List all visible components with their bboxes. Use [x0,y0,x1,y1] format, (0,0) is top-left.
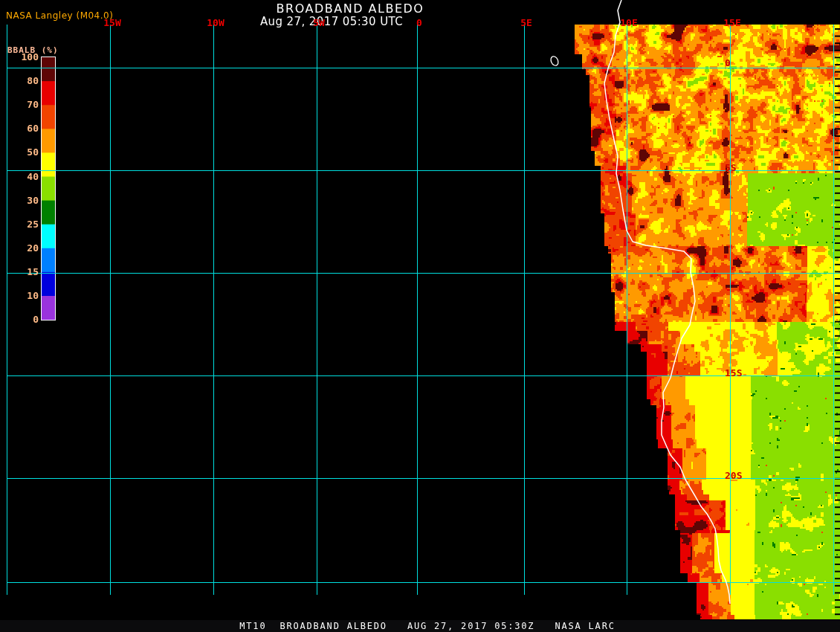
lon-label-10E: 10E [620,17,637,28]
legend-tick-0: 0 [0,314,39,325]
source-credit: NASA Langley (M04.0) [6,10,113,21]
lon-label-5E: 5E [520,17,532,28]
lat-label-0: 0 [725,58,731,68]
lon-label-0: 0 [416,17,422,28]
legend-tick-60: 60 [0,123,39,134]
lon-label-15E: 15E [723,17,740,28]
legend-tick-100: 100 [0,51,39,62]
legend-tick-10: 10 [0,290,39,301]
lon-label-5W: 5W [313,17,325,28]
lat-label-5S: 5S [725,163,737,173]
legend-tick-80: 80 [0,75,39,86]
albedo-map-viewport: NASA Langley (M04.0) BROADBAND ALBEDO Au… [0,0,840,632]
legend-tick-70: 70 [0,99,39,110]
lat-label-15S: 15S [725,368,742,378]
albedo-map-canvas [0,0,840,632]
legend-tick-20: 20 [0,242,39,254]
legend-tick-25: 25 [0,219,39,230]
legend-tick-50: 50 [0,146,39,158]
footer-status-bar: MT10 BROADBAND ALBEDO AUG 27, 2017 05:30… [239,621,615,631]
lon-label-10W: 10W [207,17,224,28]
legend-tick-40: 40 [0,171,39,182]
legend-tick-15: 15 [0,266,39,277]
lon-label-15W: 15W [103,17,120,28]
page-title: BROADBAND ALBEDO [277,1,424,16]
legend-tick-30: 30 [0,195,39,206]
timestamp-subtitle: Aug 27, 2017 05:30 UTC [260,15,403,28]
lat-label-20S: 20S [725,471,742,481]
